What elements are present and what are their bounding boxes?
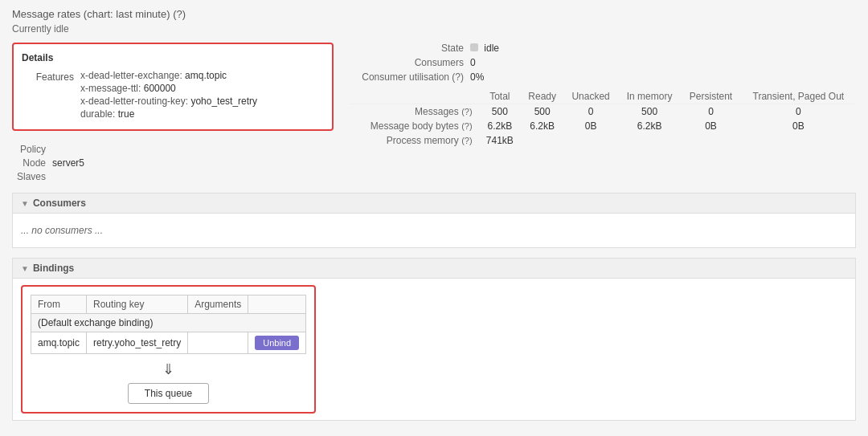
messages-transient: 0 — [741, 104, 856, 120]
bindings-col-arguments: Arguments — [188, 295, 248, 314]
col-transient: Transient, Paged Out — [741, 89, 856, 104]
messages-label: Messages (?) — [350, 104, 479, 120]
procmem-total: 741kB — [479, 133, 521, 148]
table-row: Process memory (?) 741kB — [350, 133, 856, 148]
bindings-section: ▼ Bindings From Routing key Arguments (D… — [12, 258, 856, 421]
details-title: Details — [22, 52, 324, 63]
bindings-section-title: Bindings — [33, 263, 74, 274]
messages-ready: 500 — [521, 104, 563, 120]
features-values: x-dead-letter-exchange: amq.topic x-mess… — [80, 70, 257, 121]
subtitle: Currently idle — [12, 23, 856, 35]
page-title: Message rates (chart: last minute) (?) — [12, 8, 856, 20]
consumers-section: ▼ Consumers ... no consumers ... — [12, 193, 856, 248]
messages-unacked: 0 — [563, 104, 618, 120]
down-arrow-icon: ⇓ — [31, 361, 306, 378]
procmem-label: Process memory (?) — [350, 133, 479, 148]
col-persistent: Persistent — [681, 89, 741, 104]
bindings-col-routingkey: Routing key — [87, 295, 188, 314]
consumers-value: 0 — [470, 57, 476, 68]
consumers-section-title: Consumers — [33, 198, 86, 209]
col-inmemory: In memory — [618, 89, 681, 104]
consumer-util-label: Consumer utilisation (?) — [350, 71, 470, 83]
consumers-section-header: ▼ Consumers — [13, 194, 855, 214]
binding-arguments-cell — [188, 332, 248, 354]
bindings-section-header: ▼ Bindings — [13, 259, 855, 279]
consumer-util-value: 0% — [470, 71, 484, 83]
bindings-table: From Routing key Arguments (Default exch… — [31, 295, 306, 354]
bindings-arrow-icon: ▼ — [21, 264, 29, 273]
bindings-col-from: From — [31, 295, 87, 314]
unbind-button[interactable]: Unbind — [255, 336, 299, 350]
msgbytes-transient: 0B — [741, 119, 856, 133]
consumers-label: Consumers — [350, 57, 470, 68]
binding-routingkey-cell: retry.yoho_test_retry — [87, 332, 188, 354]
col-ready: Ready — [521, 89, 563, 104]
col-total: Total — [479, 89, 521, 104]
policy-label: Policy — [12, 144, 52, 155]
msgbytes-unacked: 0B — [563, 119, 618, 133]
binding-row: amq.topic retry.yoho_test_retry Unbind — [31, 332, 306, 354]
table-row: Messages (?) 500 500 0 500 0 0 — [350, 104, 856, 120]
stats-table: Total Ready Unacked In memory Persistent… — [350, 89, 856, 148]
node-value: server5 — [52, 157, 84, 169]
state-value: idle — [470, 43, 499, 54]
msgbytes-persistent: 0B — [681, 119, 741, 133]
table-row: Message body bytes (?) 6.2kB 6.2kB 0B 6.… — [350, 119, 856, 133]
this-queue-button[interactable]: This queue — [128, 383, 209, 404]
messages-total: 500 — [479, 104, 521, 120]
msgbytes-inmemory: 6.2kB — [618, 119, 681, 133]
info-table: State idle Consumers 0 Consumer utilisat… — [350, 43, 856, 83]
features-label: Features — [22, 70, 74, 121]
details-box: Details Features x-dead-letter-exchange:… — [12, 43, 334, 131]
state-label: State — [350, 43, 470, 54]
msgbytes-total: 6.2kB — [479, 119, 521, 133]
default-binding-text: (Default exchange binding) — [31, 314, 306, 332]
no-consumers-text: ... no consumers ... — [21, 220, 847, 241]
msgbytes-ready: 6.2kB — [521, 119, 563, 133]
col-unacked: Unacked — [563, 89, 618, 104]
msgbytes-label: Message body bytes (?) — [350, 119, 479, 133]
binding-from-cell: amq.topic — [31, 332, 87, 354]
bindings-col-action — [248, 295, 306, 314]
stats-section: Total Ready Unacked In memory Persistent… — [350, 89, 856, 148]
messages-inmemory: 500 — [618, 104, 681, 120]
bindings-box: From Routing key Arguments (Default exch… — [21, 285, 316, 414]
default-binding-row: (Default exchange binding) — [31, 314, 306, 332]
messages-persistent: 0 — [681, 104, 741, 120]
consumers-arrow-icon: ▼ — [21, 199, 29, 208]
node-label: Node — [12, 157, 52, 169]
slaves-label: Slaves — [12, 171, 52, 182]
